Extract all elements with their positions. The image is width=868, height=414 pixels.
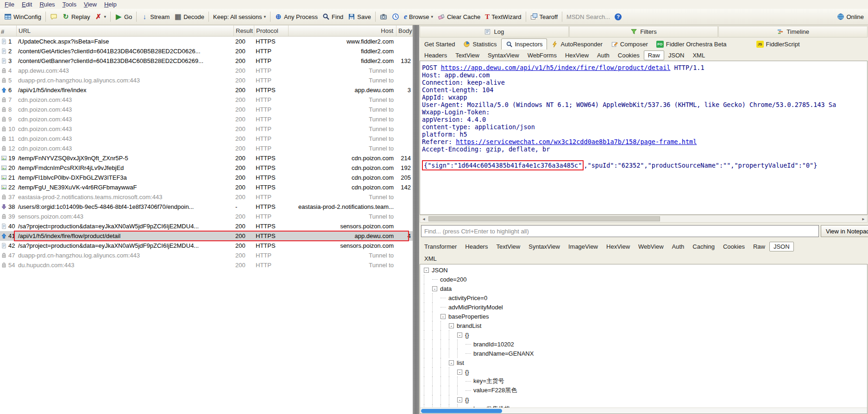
collapse-toggle-icon[interactable]: - — [457, 370, 462, 375]
session-row[interactable]: 47duapp-prd.cn-hangzhou.log.aliyuncs.com… — [0, 251, 413, 260]
tree-item[interactable]: -data — [424, 284, 867, 293]
menu-view[interactable]: View — [80, 0, 101, 8]
tab-get-started[interactable]: Get Started — [420, 39, 459, 50]
scrollbar-thumb[interactable] — [428, 216, 660, 221]
request-tab-headers[interactable]: Headers — [420, 50, 451, 60]
session-row[interactable]: 7cdn.poizon.com:443200HTTPTunnel to — [0, 95, 413, 105]
request-tab-webforms[interactable]: WebForms — [523, 50, 561, 60]
menu-rules[interactable]: Rules — [36, 0, 58, 8]
session-row[interactable]: 4app.dewu.com:443200HTTPTunnel to — [0, 66, 413, 75]
response-tab-webview[interactable]: WebView — [634, 242, 667, 251]
session-row[interactable]: 1/UpdateCheck.aspx?isBeta=False200HTTPSw… — [0, 37, 413, 46]
session-row[interactable]: 9cdn.poizon.com:443200HTTPTunnel to — [0, 114, 413, 124]
request-url-link[interactable]: https://servicewechat.com/wx3c12cdd0ae8b… — [456, 138, 697, 145]
session-row[interactable]: 10cdn.poizon.com:443200HTTPTunnel to — [0, 124, 413, 134]
tab-composer[interactable]: Composer — [607, 39, 652, 50]
tree-item[interactable]: -list — [424, 358, 867, 367]
request-tab-textview[interactable]: TextView — [451, 50, 484, 60]
panel-splitter[interactable] — [413, 25, 419, 414]
response-tab-caching[interactable]: Caching — [688, 242, 719, 251]
response-tab-xml[interactable]: XML — [420, 254, 441, 263]
session-row[interactable]: 39sensors.poizon.com:443200HTTPTunnel to — [0, 212, 413, 221]
request-url-link[interactable]: https://app.dewu.com/api/v1/h5/index/fir… — [441, 64, 671, 71]
find-input[interactable] — [421, 225, 819, 237]
scrollbar-thumb[interactable] — [421, 409, 502, 413]
collapse-toggle-icon[interactable]: - — [449, 323, 454, 328]
response-tab-transformer[interactable]: Transformer — [420, 242, 461, 251]
session-row[interactable]: 8cdn.poizon.com:443200HTTPTunnel to — [0, 105, 413, 114]
tree-item[interactable]: -baseProperties — [424, 312, 867, 321]
column-header-url[interactable]: URL — [17, 25, 234, 36]
collapse-toggle-icon[interactable]: - — [457, 397, 462, 402]
response-tab-raw[interactable]: Raw — [749, 242, 769, 251]
winconfig-button[interactable]: WinConfig — [2, 12, 44, 22]
tree-item[interactable]: -JSON — [424, 265, 867, 275]
menu-tools[interactable]: Tools — [59, 0, 80, 8]
tab-log[interactable]: Log — [420, 26, 569, 38]
tree-item[interactable]: -{} — [424, 330, 867, 339]
remove-sessions-button[interactable]: ✗ ▾ — [92, 12, 108, 22]
session-row[interactable]: 37eastasia-prod-2.notifications.teams.mi… — [0, 192, 413, 202]
menu-file[interactable]: File — [1, 0, 18, 8]
response-tab-textview[interactable]: TextView — [492, 242, 524, 251]
column-header-host[interactable]: Host — [289, 25, 396, 36]
tree-item[interactable]: advMidPriorityModel — [424, 302, 867, 312]
tab-fiddler-orchestra-beta[interactable]: FOFiddler Orchestra Beta — [652, 39, 731, 50]
collapse-toggle-icon[interactable]: - — [449, 360, 454, 365]
request-tab-hexview[interactable]: HexView — [561, 50, 593, 60]
session-row[interactable]: 20/temp/FmdcnImPcsRXIRr4jLv9vJfebjEd200H… — [0, 163, 413, 173]
find-button[interactable]: Find — [320, 12, 346, 22]
keep-sessions-dropdown[interactable]: Keep: All sessions ▾ — [211, 12, 268, 22]
tab-fiddlerscript[interactable]: JSFiddlerScript — [752, 39, 804, 50]
tearoff-button[interactable]: Tearoff — [528, 12, 560, 22]
tree-horizontal-scrollbar[interactable] — [420, 408, 867, 414]
raw-horizontal-scrollbar[interactable]: ◂ ▸ — [420, 215, 868, 223]
tab-inspectors[interactable]: Inspectors — [501, 38, 547, 50]
session-row[interactable]: 19/temp/FnNYVZSQ8vxJjX9nQft_ZXnr5P-5200H… — [0, 153, 413, 163]
collapse-toggle-icon[interactable]: - — [424, 268, 429, 273]
response-tab-imageview[interactable]: ImageView — [564, 242, 602, 251]
tree-item[interactable]: brandId=10202 — [424, 339, 867, 349]
comment-button[interactable] — [48, 12, 60, 22]
session-row[interactable]: 12cdn.poizon.com:443200HTTPTunnel to — [0, 144, 413, 153]
clear-cache-button[interactable]: Clear Cache — [435, 12, 483, 22]
request-tab-xml[interactable]: XML — [688, 50, 709, 60]
save-button[interactable]: Save — [346, 12, 373, 22]
help-button[interactable]: ? — [612, 12, 624, 22]
screenshot-button[interactable] — [377, 12, 390, 22]
session-row[interactable]: 54du.hupucdn.com:443200HTTPTunnel to — [0, 260, 413, 270]
view-in-notepad-button[interactable]: View in Notepad — [821, 225, 868, 237]
session-row[interactable]: 11cdn.poizon.com:443200HTTPTunnel to — [0, 134, 413, 144]
session-row[interactable]: 22/temp/FgU_NE39XuVK-v4r6RGFbmaywwaF200H… — [0, 182, 413, 192]
scroll-right-arrow-icon[interactable]: ▸ — [860, 216, 867, 221]
tree-item[interactable]: activityPrice=0 — [424, 293, 867, 302]
session-row[interactable]: 5duapp-prd.cn-hangzhou.log.aliyuncs.com:… — [0, 75, 413, 85]
session-row[interactable]: 42/sa?project=production&data=eyJkaXN0aW… — [0, 241, 413, 251]
msdn-search-button[interactable]: MSDN Search... — [564, 12, 612, 22]
tree-item[interactable]: -brandList — [424, 321, 867, 330]
request-tab-cookies[interactable]: Cookies — [614, 50, 644, 60]
menu-help[interactable]: Help — [101, 0, 120, 8]
column-header-protocol[interactable]: Protocol — [254, 25, 289, 36]
stream-button[interactable]: ↓ Stream — [138, 12, 172, 22]
menu-edit[interactable]: Edit — [18, 0, 36, 8]
decode-button[interactable]: ▦ Decode — [172, 12, 207, 22]
column-header-result[interactable]: Result — [234, 25, 254, 36]
tab-autoresponder[interactable]: AutoResponder — [547, 39, 606, 50]
request-tab-auth[interactable]: Auth — [593, 50, 614, 60]
response-tab-cookies[interactable]: Cookies — [719, 242, 749, 251]
tree-item[interactable]: value=F228黑色 — [424, 386, 867, 395]
response-tab-headers[interactable]: Headers — [461, 242, 492, 251]
column-header-body[interactable]: Body — [396, 25, 413, 36]
response-tab-hexview[interactable]: HexView — [602, 242, 634, 251]
tree-item[interactable]: key=主货号 — [424, 376, 867, 386]
collapse-toggle-icon[interactable]: - — [457, 332, 462, 338]
request-tab-json[interactable]: JSON — [664, 50, 689, 60]
collapse-toggle-icon[interactable]: - — [432, 286, 437, 291]
go-button[interactable]: ▶ Go — [113, 12, 134, 22]
tree-item[interactable]: brandName=GENANX — [424, 349, 867, 358]
textwizard-button[interactable]: T TextWizard — [483, 12, 523, 22]
response-tab-auth[interactable]: Auth — [668, 242, 689, 251]
session-row[interactable]: 41/api/v1/h5/index/fire/flow/product/det… — [0, 231, 413, 241]
tab-statistics[interactable]: Statistics — [459, 39, 501, 50]
